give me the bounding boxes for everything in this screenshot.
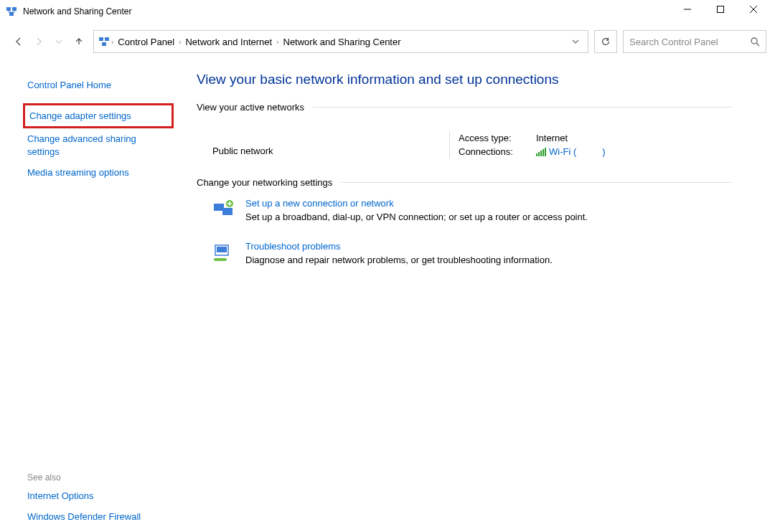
- active-network-block: Public network Access type: Internet Con…: [197, 118, 732, 177]
- refresh-button[interactable]: [594, 30, 617, 53]
- svg-rect-1: [12, 7, 17, 11]
- setup-connection-link[interactable]: Set up a new connection or network: [245, 198, 588, 209]
- breadcrumb-network-internet[interactable]: Network and Internet: [182, 35, 275, 49]
- minimize-button[interactable]: [676, 0, 709, 23]
- setup-connection-item: Set up a new connection or network Set u…: [197, 194, 732, 237]
- troubleshoot-desc: Diagnose and repair network problems, or…: [245, 255, 553, 265]
- sidebar: Control Panel Home Change adapter settin…: [0, 60, 178, 532]
- network-center-icon: [98, 36, 110, 47]
- page-title: View your basic network information and …: [197, 72, 732, 87]
- svg-rect-2: [9, 12, 14, 16]
- breadcrumb-network-sharing[interactable]: Network and Sharing Center: [281, 35, 404, 49]
- window-controls: [676, 0, 775, 23]
- sidebar-change-advanced[interactable]: Change advanced sharing settings: [27, 128, 169, 162]
- svg-line-11: [756, 43, 759, 46]
- search-input[interactable]: Search Control Panel: [623, 30, 766, 53]
- sidebar-media-streaming[interactable]: Media streaming options: [27, 162, 169, 184]
- svg-rect-12: [214, 204, 224, 211]
- up-button[interactable]: [69, 32, 89, 52]
- svg-rect-9: [102, 42, 106, 46]
- wifi-signal-icon: [536, 148, 546, 156]
- window-title: Network and Sharing Center: [23, 6, 131, 16]
- network-category: Public network: [212, 146, 449, 156]
- wifi-connection-link[interactable]: Wi-Fi ( ): [536, 146, 606, 157]
- search-icon: [750, 37, 760, 47]
- see-also-label: See also: [27, 467, 169, 485]
- close-button[interactable]: [742, 0, 775, 23]
- section-change-settings: Change your networking settings: [197, 177, 732, 188]
- access-type-value: Internet: [536, 133, 568, 143]
- chevron-right-icon: ›: [276, 38, 278, 46]
- titlebar: Network and Sharing Center: [0, 0, 775, 23]
- recent-dropdown[interactable]: [49, 32, 69, 52]
- troubleshoot-link[interactable]: Troubleshoot problems: [245, 241, 553, 252]
- setup-connection-desc: Set up a broadband, dial-up, or VPN conn…: [245, 212, 588, 222]
- section-active-networks: View your active networks: [197, 102, 732, 113]
- troubleshoot-icon: [212, 241, 235, 264]
- main-content: View your basic network information and …: [178, 60, 775, 532]
- breadcrumb-control-panel[interactable]: Control Panel: [115, 35, 177, 49]
- forward-button[interactable]: [29, 32, 49, 52]
- sidebar-firewall[interactable]: Windows Defender Firewall: [27, 506, 169, 528]
- maximize-button[interactable]: [709, 0, 742, 23]
- svg-rect-0: [6, 7, 11, 11]
- address-bar[interactable]: › Control Panel › Network and Internet ›…: [93, 30, 588, 53]
- back-button[interactable]: [9, 32, 29, 52]
- svg-rect-4: [718, 6, 724, 13]
- access-type-label: Access type:: [459, 133, 523, 143]
- svg-rect-7: [99, 37, 103, 41]
- svg-rect-16: [217, 247, 227, 252]
- chevron-right-icon: ›: [179, 38, 181, 46]
- sidebar-change-adapter[interactable]: Change adapter settings: [23, 103, 174, 129]
- sidebar-internet-options[interactable]: Internet Options: [27, 485, 169, 507]
- chevron-down-icon[interactable]: [568, 37, 583, 47]
- search-placeholder: Search Control Panel: [629, 37, 750, 47]
- svg-point-10: [751, 38, 757, 44]
- navbar: › Control Panel › Network and Internet ›…: [0, 27, 775, 56]
- svg-rect-8: [105, 37, 109, 41]
- sidebar-control-panel-home[interactable]: Control Panel Home: [27, 75, 169, 96]
- new-connection-icon: [212, 198, 235, 221]
- connections-label: Connections:: [459, 146, 523, 157]
- svg-rect-13: [222, 208, 232, 215]
- network-center-icon: [6, 6, 17, 17]
- troubleshoot-item: Troubleshoot problems Diagnose and repai…: [197, 237, 732, 280]
- svg-rect-17: [214, 258, 227, 261]
- chevron-right-icon: ›: [111, 38, 113, 46]
